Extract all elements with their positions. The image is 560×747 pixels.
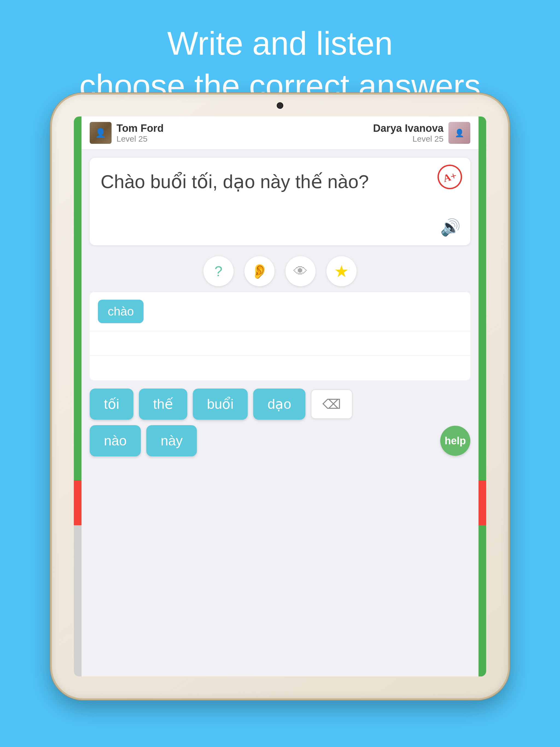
eye-icon: 👁	[294, 263, 308, 279]
progress-right-green-top	[479, 117, 486, 481]
delete-key[interactable]: ⌫	[311, 389, 353, 419]
progress-left-green-top	[74, 117, 81, 481]
answer-line-2	[90, 331, 470, 356]
answer-area: chào	[90, 292, 470, 380]
word-keyboard: tối thế buổi dạo ⌫ nào này help	[90, 389, 470, 456]
player-left: 👤 Tom Ford Level 25	[90, 122, 163, 144]
avatar-darya: 👤	[449, 122, 470, 144]
question-text: Chào buổi tối, dạo này thế nào?	[101, 169, 459, 195]
ear-icon: 👂	[251, 263, 269, 280]
progress-bar-left	[74, 117, 81, 676]
answer-line-3	[90, 356, 470, 380]
answer-word-1: chào	[98, 300, 144, 323]
player-right-name: Darya Ivanova	[373, 123, 443, 134]
keyboard-row-1: tối thế buổi dạo ⌫	[90, 389, 470, 420]
player-left-info: Tom Ford Level 25	[117, 123, 163, 144]
player-left-level: Level 25	[117, 134, 163, 144]
hint-buttons: ? 👂 👁 ★	[81, 251, 479, 292]
header-line1: Write and listen	[167, 25, 393, 61]
player-right-level: Level 25	[373, 134, 443, 144]
word-key-toi[interactable]: tối	[90, 389, 133, 420]
help-button[interactable]: help	[440, 426, 470, 456]
answer-line-1: chào	[90, 292, 470, 331]
keyboard-row-2: nào này help	[90, 425, 470, 456]
tablet-camera	[277, 102, 283, 109]
player-left-name: Tom Ford	[117, 123, 163, 134]
hint-ear-button[interactable]: 👂	[245, 256, 275, 286]
speaker-icon[interactable]: 🔊	[440, 217, 461, 237]
word-key-the[interactable]: thế	[139, 389, 187, 420]
tablet-screen: 👤 Tom Ford Level 25 👤 Darya Ivanova Leve…	[74, 117, 486, 676]
player-right-info: Darya Ivanova Level 25	[373, 123, 443, 144]
word-key-nao[interactable]: nào	[90, 425, 141, 456]
progress-right-red	[479, 481, 486, 525]
players-header: 👤 Tom Ford Level 25 👤 Darya Ivanova Leve…	[81, 117, 479, 150]
hint-star-button[interactable]: ★	[327, 256, 357, 286]
progress-left-red	[74, 481, 81, 525]
avatar-tom: 👤	[90, 122, 111, 144]
question-card: A+ Chào buổi tối, dạo này thế nào? 🔊	[90, 158, 470, 245]
player-right: 👤 Darya Ivanova Level 25	[373, 122, 470, 144]
progress-bar-right	[479, 117, 486, 676]
progress-right-green-bottom	[479, 525, 486, 676]
word-key-dao[interactable]: dạo	[253, 389, 305, 420]
tablet-frame: 👤 Tom Ford Level 25 👤 Darya Ivanova Leve…	[50, 93, 510, 700]
screen-content: 👤 Tom Ford Level 25 👤 Darya Ivanova Leve…	[81, 117, 479, 676]
word-key-buoi[interactable]: buổi	[193, 389, 248, 420]
hint-eye-button[interactable]: 👁	[285, 256, 315, 286]
word-key-nay[interactable]: này	[146, 425, 197, 456]
hint-question-button[interactable]: ?	[203, 256, 233, 286]
progress-left-gray	[74, 525, 81, 676]
star-icon: ★	[334, 262, 349, 281]
